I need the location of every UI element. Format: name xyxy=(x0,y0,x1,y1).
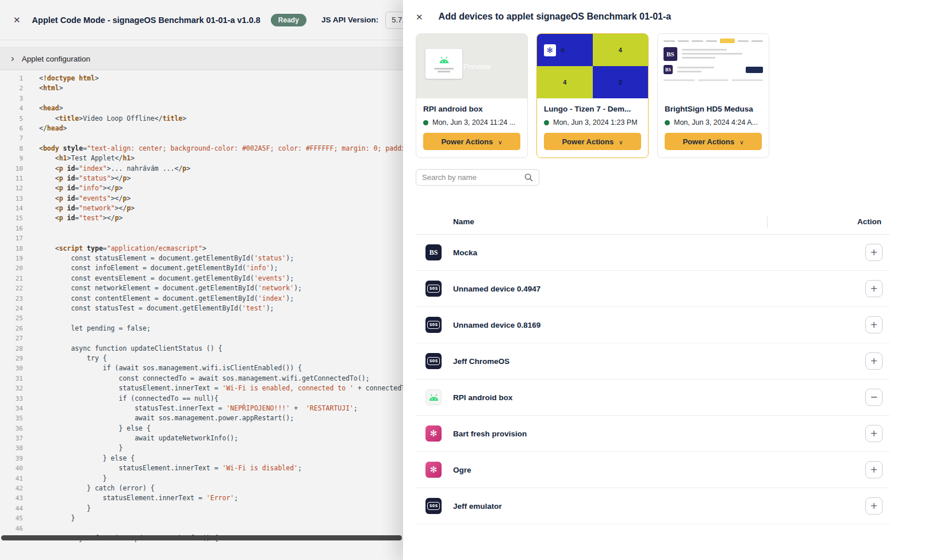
add-device-button[interactable]: + xyxy=(865,497,883,515)
code-text: statusElement.innerText = 'Error'; xyxy=(39,493,238,503)
code-text: try { xyxy=(39,354,107,363)
tizen-logo-icon: ✻ xyxy=(544,44,556,56)
line-number: 21 xyxy=(0,274,23,283)
code-line: 33 if (connectedTo == null){ xyxy=(0,394,403,404)
device-name: Mocka xyxy=(453,248,477,257)
chevron-down-icon: ∨ xyxy=(498,139,502,145)
device-row: sosJeff ChromeOS+ xyxy=(416,343,889,379)
device-last-seen: Mon, Jun 3, 2024 4:24 A... xyxy=(674,118,758,126)
code-line: 10 <p id="index">... nahrávám ...</p> xyxy=(0,164,403,174)
line-number: 43 xyxy=(0,493,23,503)
code-line: 9 <h1>Test Applet</h1> xyxy=(0,154,403,163)
line-number: 37 xyxy=(0,434,23,443)
code-line: 2<html> xyxy=(0,83,403,93)
device-name: BrightSign HD5 Medusa xyxy=(665,105,762,113)
code-line: 4<head> xyxy=(0,103,403,113)
device-card[interactable]: ✻4443Lungo - Tizen 7 - Dem...Mon, Jun 3,… xyxy=(536,33,649,158)
device-status-row: Mon, Jun 3, 2024 11:24 ... xyxy=(423,118,520,126)
code-text: <p id="info"></p> xyxy=(39,183,123,193)
chevron-right-icon: › xyxy=(11,53,14,63)
code-text: if (connectedTo == null){ xyxy=(39,394,218,404)
column-divider xyxy=(767,216,768,228)
code-line: 24 const statusTest = document.getElemen… xyxy=(0,304,403,313)
quadrant-number: 4 xyxy=(563,79,566,86)
horizontal-scrollbar[interactable] xyxy=(1,535,402,540)
device-name: Bart fresh provision xyxy=(453,429,527,438)
close-icon[interactable]: ✕ xyxy=(13,16,21,24)
chevron-down-icon: ∨ xyxy=(739,139,743,145)
column-header-name: Name xyxy=(453,217,474,226)
line-number: 34 xyxy=(0,404,23,413)
device-name: Ogre xyxy=(453,466,471,474)
line-number: 46 xyxy=(0,524,23,534)
line-number: 27 xyxy=(0,333,23,343)
code-text: const eventsElement = document.getElemen… xyxy=(39,274,294,283)
code-text: <p id="network"></p> xyxy=(39,204,135,213)
code-text: if (await sos.management.wifi.isClientEn… xyxy=(39,363,302,373)
code-text: } catch (error) { xyxy=(39,484,155,493)
code-line: 5 <title>Video Loop Offline</title> xyxy=(0,114,403,124)
code-line: 41 } xyxy=(0,474,403,484)
js-api-version-label: JS API Version: xyxy=(321,16,378,24)
line-number: 17 xyxy=(0,233,23,243)
code-line: 38 } xyxy=(0,443,403,453)
remove-device-button[interactable]: − xyxy=(865,389,883,406)
code-line: 20 const infoElement = document.getEleme… xyxy=(0,263,403,273)
modal-close-icon[interactable]: ✕ xyxy=(416,13,423,21)
code-line: 40 statusElement.innerText = 'Wi-Fi is d… xyxy=(0,463,403,473)
device-preview: ✻4443 xyxy=(537,34,648,98)
code-text: <title>Video Loop Offline</title> xyxy=(39,114,186,124)
add-device-button[interactable]: + xyxy=(865,425,883,442)
power-actions-button[interactable]: Power Actions∨ xyxy=(665,133,762,150)
line-number: 2 xyxy=(0,83,23,93)
search-input[interactable] xyxy=(422,173,524,182)
add-device-button[interactable]: + xyxy=(865,352,883,370)
line-number: 18 xyxy=(0,244,23,254)
code-text: </head> xyxy=(39,124,67,133)
device-card[interactable]: PreviewRPI android boxMon, Jun 3, 2024 1… xyxy=(416,33,528,158)
line-number: 14 xyxy=(0,204,23,213)
code-text: const infoElement = document.getElementB… xyxy=(39,263,278,273)
code-text: statusElement.innerText = 'Wi-Fi is enab… xyxy=(39,383,403,393)
code-line: 26 let pending = false; xyxy=(0,324,403,333)
device-card[interactable]: BSBSBrightSign HD5 MedusaMon, Jun 3, 202… xyxy=(657,33,769,158)
device-last-seen: Mon, Jun 3, 2024 1:23 PM xyxy=(553,118,638,126)
add-device-button[interactable]: + xyxy=(865,316,883,333)
add-device-button[interactable]: + xyxy=(865,461,883,478)
code-text: let pending = false; xyxy=(39,324,151,333)
line-number: 44 xyxy=(0,504,23,513)
code-text: statusTest.innerText = 'NEPŘIPOJENO!!!' … xyxy=(39,404,358,413)
code-line: 27 xyxy=(0,333,403,343)
add-device-button[interactable]: + xyxy=(865,280,883,297)
line-number: 3 xyxy=(0,94,23,103)
code-text: <html> xyxy=(39,83,63,93)
power-actions-button[interactable]: Power Actions∨ xyxy=(423,133,520,150)
code-text: <p id="test"></p> xyxy=(39,213,123,223)
applet-configuration-toggle[interactable]: › Applet configuration xyxy=(0,47,403,70)
code-text: } else { xyxy=(39,424,151,434)
device-row: sosUnnamed device 0.4947+ xyxy=(416,271,889,307)
power-actions-button[interactable]: Power Actions∨ xyxy=(544,133,641,150)
line-number: 33 xyxy=(0,394,23,404)
line-number: 30 xyxy=(0,363,23,373)
code-line: 42 } catch (error) { xyxy=(0,484,403,493)
code-editor[interactable]: 1<!doctype html>2<html>34<head>5 <title>… xyxy=(0,70,403,560)
device-row: ✻Bart fresh provision+ xyxy=(416,416,889,452)
search-box xyxy=(416,169,539,186)
code-text: } xyxy=(39,474,107,484)
line-number: 28 xyxy=(0,344,23,354)
online-status-dot xyxy=(665,120,670,125)
quadrant-number: 3 xyxy=(619,79,622,86)
line-number: 20 xyxy=(0,263,23,273)
devices-table: Name Action BSMocka+sosUnnamed device 0.… xyxy=(416,209,889,524)
code-line: 43 statusElement.innerText = 'Error'; xyxy=(0,493,403,503)
column-header-action: Action xyxy=(857,217,881,226)
line-number: 4 xyxy=(0,103,23,113)
sos-logo-icon: sos xyxy=(425,498,442,514)
line-number: 22 xyxy=(0,283,23,293)
add-device-button[interactable]: + xyxy=(865,244,883,261)
device-preview: BSBS xyxy=(658,34,769,98)
line-number: 32 xyxy=(0,383,23,393)
device-row: sosJeff emulator+ xyxy=(416,488,889,524)
code-text: await updateNetworkInfo(); xyxy=(39,434,238,443)
